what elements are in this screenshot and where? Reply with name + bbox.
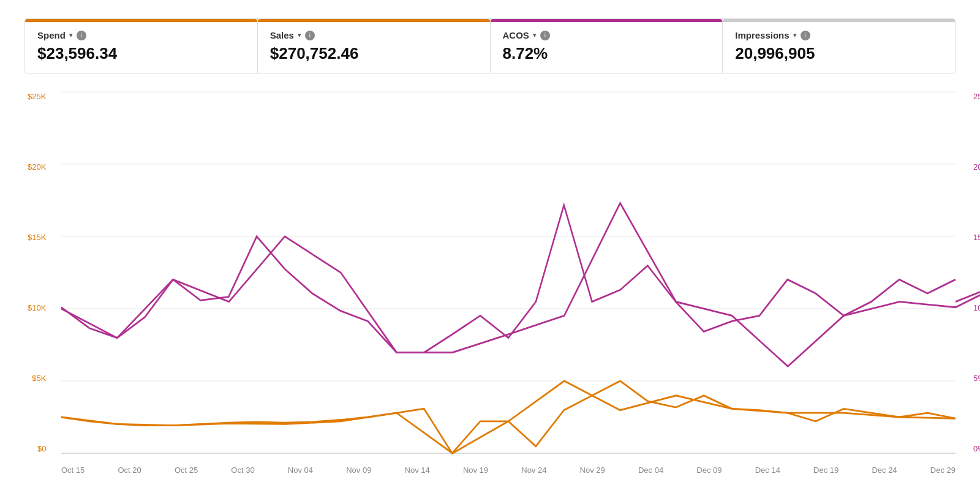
y-axis-right: 25% 20% 15% 10% 5% 0% bbox=[973, 92, 980, 453]
acos-header: ACOS ▾ i bbox=[503, 30, 710, 40]
x-label-dec29: Dec 29 bbox=[930, 466, 956, 475]
x-label-nov09: Nov 09 bbox=[346, 466, 371, 475]
sales-value: $270,752.46 bbox=[270, 44, 478, 63]
y-left-5k: $5K bbox=[32, 374, 46, 383]
metrics-row: Spend ▾ i $23,596.34 Sales ▾ i $270,752.… bbox=[24, 18, 956, 74]
metric-card-impressions: Impressions ▾ i 20,996,905 bbox=[723, 19, 955, 73]
y-left-10k: $10K bbox=[28, 303, 46, 312]
y-left-15k: $15K bbox=[28, 233, 46, 242]
y-left-25k: $25K bbox=[28, 92, 46, 101]
acos-info-icon[interactable]: i bbox=[540, 31, 550, 40]
sales-label: Sales bbox=[270, 30, 294, 40]
acos-value: 8.72% bbox=[503, 44, 710, 63]
spend-chevron-icon[interactable]: ▾ bbox=[69, 31, 73, 39]
y-right-5pct: 5% bbox=[973, 374, 980, 383]
metric-card-sales: Sales ▾ i $270,752.46 bbox=[258, 19, 491, 73]
x-label-dec24: Dec 24 bbox=[872, 466, 897, 475]
x-label-oct25: Oct 25 bbox=[175, 466, 198, 475]
y-right-20pct: 20% bbox=[973, 162, 980, 172]
spend-line bbox=[61, 381, 956, 453]
acos-chevron-icon[interactable]: ▾ bbox=[533, 31, 537, 39]
sales-chevron-icon[interactable]: ▾ bbox=[298, 31, 301, 39]
y-left-20k: $20K bbox=[28, 162, 46, 172]
acos-line-detail bbox=[61, 205, 956, 353]
y-right-0pct: 0% bbox=[973, 444, 980, 453]
x-label-oct20: Oct 20 bbox=[118, 466, 141, 475]
acos-line bbox=[61, 203, 980, 367]
x-label-nov24: Nov 24 bbox=[521, 466, 546, 475]
x-label-dec04: Dec 04 bbox=[638, 466, 663, 475]
acos-color-bar bbox=[491, 19, 723, 22]
x-label-oct15: Oct 15 bbox=[61, 466, 85, 475]
y-right-25pct: 25% bbox=[973, 92, 980, 101]
x-label-nov19: Nov 19 bbox=[463, 466, 488, 475]
acos-label: ACOS bbox=[503, 30, 529, 40]
sales-info-icon[interactable]: i bbox=[305, 31, 315, 40]
spend-value: $23,596.34 bbox=[37, 44, 245, 63]
metric-card-acos: ACOS ▾ i 8.72% bbox=[491, 19, 723, 73]
y-left-0: $0 bbox=[37, 444, 46, 453]
sales-color-bar bbox=[258, 19, 490, 22]
y-right-15pct: 15% bbox=[973, 233, 980, 242]
metric-card-spend: Spend ▾ i $23,596.34 bbox=[25, 19, 258, 73]
dashboard: Spend ▾ i $23,596.34 Sales ▾ i $270,752.… bbox=[0, 0, 980, 490]
x-label-dec19: Dec 19 bbox=[813, 466, 839, 475]
sales-header: Sales ▾ i bbox=[270, 30, 478, 40]
x-label-dec09: Dec 09 bbox=[696, 466, 722, 475]
spend-label: Spend bbox=[37, 30, 66, 40]
impressions-value: 20,996,905 bbox=[735, 44, 943, 63]
chart-svg bbox=[61, 92, 956, 453]
x-axis: Oct 15 Oct 20 Oct 25 Oct 30 Nov 04 Nov 0… bbox=[61, 466, 956, 475]
chart-container: $25K $20K $15K $10K $5K $0 25% 20% 15% 1… bbox=[24, 86, 956, 478]
y-axis-left: $25K $20K $15K $10K $5K $0 bbox=[28, 92, 46, 453]
chart-area: $25K $20K $15K $10K $5K $0 25% 20% 15% 1… bbox=[61, 92, 956, 453]
x-label-dec14: Dec 14 bbox=[755, 466, 780, 475]
impressions-info-icon[interactable]: i bbox=[801, 31, 810, 40]
spend-line-detail bbox=[61, 381, 956, 453]
x-label-nov14: Nov 14 bbox=[405, 466, 430, 475]
impressions-chevron-icon[interactable]: ▾ bbox=[793, 31, 797, 39]
spend-info-icon[interactable]: i bbox=[77, 31, 86, 40]
y-right-10pct: 10% bbox=[973, 303, 980, 312]
x-label-nov04: Nov 04 bbox=[288, 466, 313, 475]
impressions-header: Impressions ▾ i bbox=[735, 30, 943, 40]
spend-header: Spend ▾ i bbox=[37, 30, 245, 40]
spend-color-bar bbox=[25, 19, 257, 22]
x-label-oct30: Oct 30 bbox=[231, 466, 254, 475]
x-label-nov29: Nov 29 bbox=[580, 466, 605, 475]
impressions-color-bar bbox=[723, 19, 955, 22]
impressions-label: Impressions bbox=[735, 30, 789, 40]
